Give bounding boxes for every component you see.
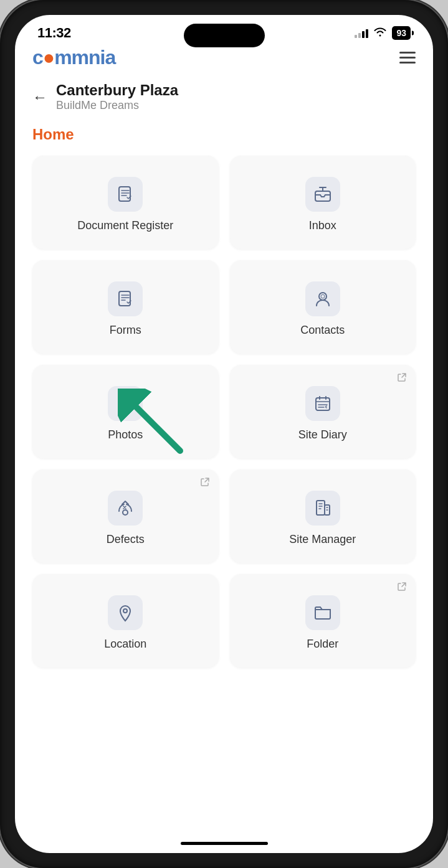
status-icons: 93 (355, 26, 411, 40)
wifi-icon (373, 27, 387, 40)
forms-label: Forms (110, 324, 141, 337)
site-diary-icon (305, 386, 340, 421)
location-label: Location (104, 638, 146, 651)
menu-card-site-diary[interactable]: Site Diary (230, 365, 416, 458)
menu-card-photos[interactable]: Photos (32, 365, 219, 458)
dynamic-island (184, 24, 265, 47)
menu-card-folder[interactable]: Folder (230, 574, 416, 668)
logo-dot-circle: ● (43, 46, 54, 68)
photos-label: Photos (108, 428, 143, 441)
external-link-icon-folder (397, 582, 407, 594)
menu-card-document-register[interactable]: Document Register (32, 156, 219, 249)
project-name: Canterbury Plaza (56, 82, 178, 99)
defects-icon (108, 491, 143, 526)
svg-point-4 (321, 295, 325, 298)
external-link-icon-defects (200, 477, 210, 489)
signal-icon (355, 28, 368, 38)
document-register-label: Document Register (77, 219, 173, 232)
site-manager-label: Site Manager (289, 533, 356, 546)
logo: c●mmnia (32, 46, 115, 69)
svg-point-7 (123, 510, 128, 515)
status-time: 11:32 (37, 25, 71, 41)
document-register-icon (108, 177, 143, 212)
menu-button[interactable] (399, 52, 416, 64)
menu-card-inbox[interactable]: Inbox (230, 156, 416, 249)
folder-label: Folder (307, 638, 338, 651)
home-indicator (15, 833, 433, 853)
forms-icon (108, 281, 143, 316)
app-content: c●mmnia ← Canterbury Plaza BuildMe Dream… (15, 46, 433, 833)
svg-rect-6 (316, 398, 330, 410)
menu-card-contacts[interactable]: Contacts (230, 260, 416, 354)
svg-rect-5 (119, 399, 131, 409)
phone-frame: 11:32 93 (0, 0, 448, 868)
svg-rect-8 (317, 501, 325, 515)
back-button[interactable]: ← (32, 88, 47, 106)
location-icon (108, 595, 143, 630)
inbox-label: Inbox (309, 219, 336, 232)
logo-c: c (32, 46, 43, 68)
menu-card-site-manager[interactable]: Site Manager (230, 469, 416, 563)
svg-point-10 (123, 609, 127, 613)
site-manager-icon (305, 491, 340, 526)
battery-level: 93 (396, 28, 406, 38)
defects-label: Defects (107, 533, 145, 546)
phone-screen: 11:32 93 (15, 15, 433, 853)
folder-icon (305, 595, 340, 630)
site-diary-label: Site Diary (298, 428, 347, 441)
svg-point-3 (319, 293, 326, 300)
menu-card-location[interactable]: Location (32, 574, 219, 668)
inbox-icon (305, 177, 340, 212)
home-bar (181, 842, 268, 845)
app-header: c●mmnia (32, 46, 416, 69)
project-info: Canterbury Plaza BuildMe Dreams (56, 82, 178, 112)
menu-card-forms[interactable]: Forms (32, 260, 219, 354)
photos-icon (108, 386, 143, 421)
external-link-icon (397, 372, 407, 385)
battery-icon: 93 (392, 26, 411, 40)
menu-grid: Document Register Inbox (32, 156, 416, 668)
contacts-icon (305, 281, 340, 316)
contacts-label: Contacts (300, 324, 345, 337)
section-title: Home (32, 126, 416, 143)
logo-rest: mmnia (54, 46, 115, 68)
project-header: ← Canterbury Plaza BuildMe Dreams (32, 82, 416, 112)
menu-card-defects[interactable]: Defects (32, 469, 219, 563)
project-company: BuildMe Dreams (56, 99, 178, 112)
